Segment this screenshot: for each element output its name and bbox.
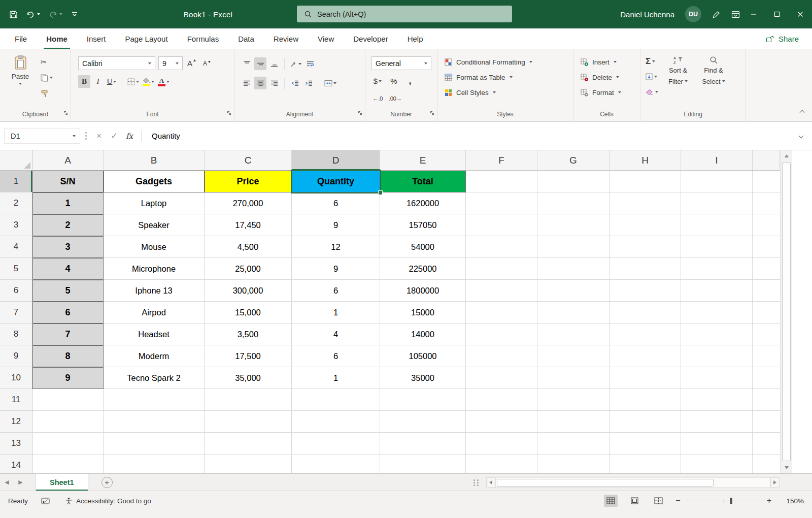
- collapse-ribbon-button[interactable]: [800, 107, 804, 116]
- cell-G8[interactable]: [537, 323, 610, 345]
- format-as-table-dropdown-icon[interactable]: [510, 76, 513, 78]
- cell-G12[interactable]: [537, 411, 610, 433]
- row-header-5[interactable]: 5: [0, 258, 32, 280]
- accessibility-status[interactable]: Accessibility: Good to go: [65, 497, 151, 505]
- cell-I12[interactable]: [681, 411, 753, 433]
- cell-E9[interactable]: 105000: [380, 345, 466, 367]
- increase-font-size-button[interactable]: A: [186, 57, 198, 70]
- cell-G4[interactable]: [537, 236, 610, 258]
- tab-developer[interactable]: Developer: [344, 28, 397, 49]
- page-break-preview-button[interactable]: [652, 495, 665, 507]
- cell-I4[interactable]: [681, 236, 753, 258]
- cell-B9[interactable]: Moderm: [104, 345, 205, 367]
- horizontal-scroll-thumb[interactable]: [497, 479, 714, 487]
- scroll-down-button[interactable]: [781, 462, 792, 473]
- fill-color-button[interactable]: [142, 75, 155, 88]
- cell-E7[interactable]: 15000: [380, 302, 466, 323]
- cell-E12[interactable]: [380, 411, 466, 433]
- normal-view-button[interactable]: [604, 495, 618, 507]
- accounting-dropdown-icon[interactable]: [379, 80, 382, 82]
- align-center-button[interactable]: [254, 77, 266, 89]
- cell-E2[interactable]: 1620000: [380, 192, 466, 214]
- cell-F2[interactable]: [466, 192, 537, 214]
- cell-D7[interactable]: 1: [292, 302, 380, 323]
- cell-G9[interactable]: [537, 345, 610, 367]
- ribbon-display-options-button[interactable]: [731, 10, 740, 19]
- record-macro-button[interactable]: [41, 498, 50, 504]
- zoom-slider[interactable]: [686, 497, 762, 504]
- cell-E3[interactable]: 157050: [380, 214, 466, 236]
- cell-I14[interactable]: [681, 455, 753, 473]
- cell-C6[interactable]: 300,000: [205, 280, 292, 302]
- align-middle-button[interactable]: [254, 57, 266, 70]
- font-size-dropdown-icon[interactable]: [176, 62, 179, 64]
- cell-H6[interactable]: [610, 280, 681, 302]
- name-box-dropdown-icon[interactable]: [73, 135, 76, 137]
- row-header-10[interactable]: 10: [0, 367, 32, 389]
- cell-F10[interactable]: [466, 367, 537, 389]
- cell-F7[interactable]: [466, 302, 537, 323]
- cell-H8[interactable]: [610, 323, 681, 345]
- fill-button[interactable]: [646, 71, 658, 82]
- cell-C8[interactable]: 3,500: [205, 323, 292, 345]
- cell-A14[interactable]: [32, 455, 104, 473]
- cell-I11[interactable]: [681, 389, 753, 411]
- decrease-decimal-button[interactable]: .00→: [388, 92, 403, 105]
- vertical-scrollbar[interactable]: [780, 150, 792, 473]
- autosum-dropdown-icon[interactable]: [652, 60, 655, 62]
- cell-F14[interactable]: [466, 455, 537, 473]
- align-right-button[interactable]: [268, 77, 280, 89]
- cell-G3[interactable]: [537, 214, 610, 236]
- italic-button[interactable]: I: [92, 75, 104, 88]
- comma-style-button[interactable]: ,: [404, 75, 416, 87]
- formula-input[interactable]: Quantity: [152, 132, 790, 140]
- cancel-entry-button[interactable]: ×: [91, 128, 107, 144]
- clear-dropdown-icon[interactable]: [655, 91, 658, 93]
- cell-A11[interactable]: [32, 389, 104, 411]
- column-header-C[interactable]: C: [205, 150, 292, 170]
- bold-button[interactable]: B: [78, 75, 90, 88]
- cell-A13[interactable]: [32, 433, 104, 455]
- zoom-slider-thumb[interactable]: [730, 498, 732, 504]
- row-header-11[interactable]: 11: [0, 389, 32, 411]
- column-header-F[interactable]: F: [466, 150, 537, 170]
- undo-dropdown-icon[interactable]: [37, 13, 40, 15]
- cell-partial-7[interactable]: [753, 302, 780, 323]
- cell-I8[interactable]: [681, 323, 753, 345]
- cell-B5[interactable]: Microphone: [104, 258, 205, 280]
- redo-dropdown-icon[interactable]: [59, 13, 62, 15]
- cell-C4[interactable]: 4,500: [205, 236, 292, 258]
- cell-H4[interactable]: [610, 236, 681, 258]
- paste-button[interactable]: Paste: [6, 55, 35, 99]
- cell-D10[interactable]: 1: [292, 367, 380, 389]
- save-button[interactable]: [9, 10, 18, 19]
- zoom-level[interactable]: 150%: [782, 497, 804, 505]
- insert-cells-button[interactable]: Insert: [573, 54, 640, 70]
- accounting-format-button[interactable]: $: [371, 75, 384, 87]
- minimize-button[interactable]: [742, 0, 765, 28]
- align-top-button[interactable]: [241, 57, 253, 70]
- conditional-formatting-dropdown-icon[interactable]: [529, 61, 532, 63]
- next-sheet-button[interactable]: ▶: [14, 479, 27, 485]
- cell-E1[interactable]: Total: [380, 171, 466, 192]
- align-bottom-button[interactable]: [268, 57, 280, 70]
- copy-button[interactable]: [41, 73, 53, 83]
- cell-I3[interactable]: [681, 214, 753, 236]
- insert-function-button[interactable]: fx: [122, 128, 137, 144]
- cell-I13[interactable]: [681, 433, 753, 455]
- column-header-I[interactable]: I: [681, 150, 753, 170]
- number-format-dropdown-icon[interactable]: [424, 62, 427, 64]
- row-header-13[interactable]: 13: [0, 433, 32, 455]
- alignment-dialog-launcher[interactable]: [358, 108, 362, 117]
- cell-B6[interactable]: Iphone 13: [104, 280, 205, 302]
- row-header-4[interactable]: 4: [0, 236, 32, 258]
- cell-A3[interactable]: 2: [32, 214, 104, 236]
- cell-partial-4[interactable]: [753, 236, 780, 258]
- cell-F9[interactable]: [466, 345, 537, 367]
- number-format-select[interactable]: General: [371, 56, 431, 70]
- cell-C12[interactable]: [205, 411, 292, 433]
- cell-partial-3[interactable]: [753, 214, 780, 236]
- font-size-select[interactable]: 9: [158, 56, 183, 70]
- cell-G1[interactable]: [537, 171, 610, 192]
- tab-splitter-grip[interactable]: [473, 482, 479, 483]
